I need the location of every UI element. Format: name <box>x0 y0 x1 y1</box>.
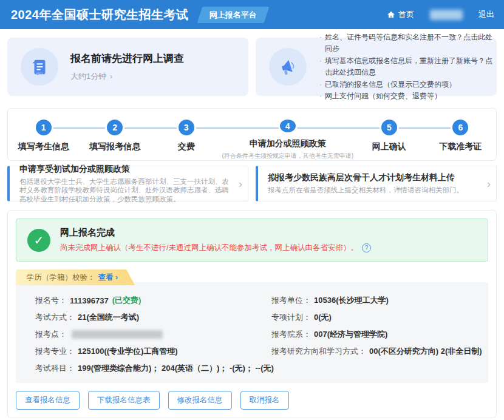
step-5-number: 5 <box>380 118 399 137</box>
platform-badge: 网上报名平台 <box>197 7 269 23</box>
paid-status-badge: (已交费) <box>112 295 141 306</box>
notice-recover-link[interactable]: 填写基本信息或报名信息后，重新注册了新账号？点击此处找回信息 <box>319 55 493 79</box>
registration-card: ✓ 网上报名完成 尚未完成网上确认（考生不进行/未通过网上确认不能参加考试，网上… <box>7 210 497 418</box>
exam-site-redacted-value <box>72 330 163 339</box>
platform-badge-label: 网上报名平台 <box>209 10 256 21</box>
logout-link[interactable]: 退出 <box>478 9 494 20</box>
check-glyph: ✓ <box>34 233 44 248</box>
field-value: 111396737 <box>70 296 109 305</box>
notice-cancelled-link[interactable]: 已取消的报名信息（仅显示已交费的项） <box>319 79 493 91</box>
app-header: 2024年全国硕士研究生招生考试 网上报名平台 首页 退出 <box>0 0 504 29</box>
field-research-direction: 报考研究方向和学习方式： 00(不区分研究方向) 2(非全日制) <box>271 343 481 360</box>
status-banner: ✓ 网上报名完成 尚未完成网上确认（考生不进行/未通过网上确认不能参加考试，网上… <box>16 218 488 262</box>
policy-minority-desc: 报考点所在省是否须线上提交相关材料，详情请咨询相关部门。 <box>268 186 463 195</box>
education-check-tag: 学历（学籍）校验： 查看 › <box>16 269 135 285</box>
status-title: 网上报名完成 <box>60 227 371 239</box>
field-label: 专项计划： <box>271 312 311 323</box>
field-label: 报考单位： <box>271 295 311 306</box>
home-icon <box>387 10 395 19</box>
field-label: 考试方式： <box>35 312 75 323</box>
field-exam-subjects: 考试科目： 199(管理类综合能力)； 204(英语（二）)； -(无)； --… <box>35 360 271 377</box>
field-value: 199(管理类综合能力)； 204(英语（二）)； -(无)； --(无) <box>78 363 274 374</box>
policy-card-bonus[interactable]: 申请享受初试加分或照顾政策 包括退役大学生士兵、大学生志愿服务西部计划、三支一扶… <box>7 166 248 202</box>
home-link[interactable]: 首页 <box>387 9 414 20</box>
modify-registration-button[interactable]: 修改报名信息 <box>168 391 232 410</box>
status-warning-text: 尚未完成网上确认（考生不进行/未通过网上确认不能参加考试，网上确认由各省安排）。 <box>60 243 358 253</box>
field-label: 报考点： <box>35 329 67 340</box>
field-value: 10536(长沙理工大学) <box>314 295 389 306</box>
survey-duration: 大约1分钟 › <box>70 71 184 82</box>
username-redacted <box>430 10 463 20</box>
survey-duration-text: 大约1分钟 <box>70 72 106 81</box>
notice-sync-link[interactable]: 姓名、证件号码等信息和实名注册不一致？点击此处同步 <box>319 32 493 55</box>
megaphone-icon <box>269 48 307 86</box>
field-special-program: 专项计划： 0(无) <box>271 309 481 326</box>
step-2-label: 填写报考信息 <box>89 141 140 152</box>
field-value: 125100((专业学位)工商管理) <box>78 346 178 357</box>
announcements-card: 姓名、证件号码等信息和实名注册不一致？点击此处同步 填写基本信息或报名信息后，重… <box>256 38 497 96</box>
education-check-label: 学历（学籍）校验： <box>27 273 95 283</box>
field-label: 报名号： <box>35 295 67 306</box>
survey-title: 报名前请先进行网上调查 <box>70 52 184 66</box>
check-icon: ✓ <box>27 229 50 252</box>
view-registration-button[interactable]: 查看报名信息 <box>16 391 80 410</box>
view-verification-text: 查看 <box>98 273 114 282</box>
notice-payment-link[interactable]: 网上支付问题（如何交费、退费等） <box>319 90 493 103</box>
policy-minority-title: 拟报考少数民族高层次骨干人才计划考生材料上传 <box>268 172 463 183</box>
policy-bonus-desc: 包括退役大学生士兵、大学生志愿服务西部计划、三支一扶计划、农村义务教育阶段学校教… <box>19 177 231 204</box>
field-label: 报考院系： <box>271 329 311 340</box>
step-1-label: 填写考生信息 <box>18 141 69 152</box>
details-right-column: 报考单位： 10536(长沙理工大学) 专项计划： 0(无) 报考院系： 007… <box>271 292 481 377</box>
main-content: 报名前请先进行网上调查 大约1分钟 › 姓名、证件号码等信息和实名注册不 <box>0 29 504 420</box>
registration-details: 报名号： 111396737 (已交费) 考试方式： 21(全国统一考试) 报考… <box>16 282 488 383</box>
step-4-note: (符合条件考生须按规定申请，其他考生无需申请) <box>222 152 353 160</box>
step-2-fill-application-info: 2 填写报考信息 <box>79 118 150 160</box>
step-3-pay-fee: 3 交费 <box>151 118 222 160</box>
step-2-number: 2 <box>105 118 124 137</box>
step-1-number: 1 <box>34 118 53 137</box>
chevron-right-icon: › <box>239 177 242 191</box>
field-label: 考试科目： <box>35 363 75 374</box>
step-6-download-ticket: 6 下载准考证 <box>425 118 496 160</box>
field-value: 007(经济与管理学院) <box>314 329 387 340</box>
action-buttons: 查看报名信息 下载报名信息表 修改报名信息 取消报名 <box>16 391 488 410</box>
step-6-label: 下载准考证 <box>439 141 482 152</box>
step-3-label: 交费 <box>178 141 195 152</box>
cancel-registration-button[interactable]: 取消报名 <box>240 391 289 410</box>
survey-card[interactable]: 报名前请先进行网上调查 大约1分钟 › <box>7 38 248 96</box>
policy-card-minority-upload[interactable]: 拟报考少数民族高层次骨干人才计划考生材料上传 报考点所在省是否须线上提交相关材料… <box>256 166 497 202</box>
field-label: 报考专业： <box>35 346 75 357</box>
help-icon[interactable]: ? <box>362 243 371 252</box>
field-value: 0(无) <box>314 312 332 323</box>
field-label: 报考研究方向和学习方式： <box>271 346 366 357</box>
field-exam-site: 报考点： <box>35 326 271 343</box>
step-4-label: 申请加分或照顾政策 <box>250 138 326 149</box>
field-exam-method: 考试方式： 21(全国统一考试) <box>35 309 271 326</box>
download-registration-form-button[interactable]: 下载报名信息表 <box>88 391 160 410</box>
chevron-right-icon: › <box>115 273 118 282</box>
chevron-right-icon: › <box>110 72 112 81</box>
field-value: 21(全国统一考试) <box>78 312 139 323</box>
steps-progress: 1 填写考生信息 2 填写报考信息 3 交费 4 申请加分或照顾政策 (符合条件… <box>7 108 497 161</box>
step-6-number: 6 <box>451 118 470 137</box>
survey-document-icon <box>21 48 58 86</box>
step-4-apply-bonus-policy: 4 申请加分或照顾政策 (符合条件考生须按规定申请，其他考生无需申请) <box>222 118 353 160</box>
logout-label: 退出 <box>478 9 494 20</box>
policy-bonus-title: 申请享受初试加分或照顾政策 <box>19 164 231 175</box>
view-verification-link[interactable]: 查看 › <box>98 273 118 283</box>
notice-list: 姓名、证件号码等信息和实名注册不一致？点击此处同步 填写基本信息或报名信息后，重… <box>319 32 497 103</box>
step-1-fill-candidate-info: 1 填写考生信息 <box>8 118 79 160</box>
field-department: 报考院系： 007(经济与管理学院) <box>271 326 481 343</box>
field-value: 00(不区分研究方向) 2(非全日制) <box>369 346 482 357</box>
step-5-label: 网上确认 <box>372 141 406 152</box>
chevron-right-icon: › <box>487 177 491 191</box>
details-left-column: 报名号： 111396737 (已交费) 考试方式： 21(全国统一考试) 报考… <box>35 292 271 377</box>
step-4-number: 4 <box>278 118 298 134</box>
step-5-online-confirm: 5 网上确认 <box>353 118 424 160</box>
field-target-university: 报考单位： 10536(长沙理工大学) <box>271 292 481 309</box>
field-major: 报考专业： 125100((专业学位)工商管理) <box>35 343 271 360</box>
field-registration-number: 报名号： 111396737 (已交费) <box>35 292 271 309</box>
step-3-number: 3 <box>177 118 196 137</box>
status-warning: 尚未完成网上确认（考生不进行/未通过网上确认不能参加考试，网上确认由各省安排）。… <box>60 243 371 253</box>
home-label: 首页 <box>398 9 414 20</box>
